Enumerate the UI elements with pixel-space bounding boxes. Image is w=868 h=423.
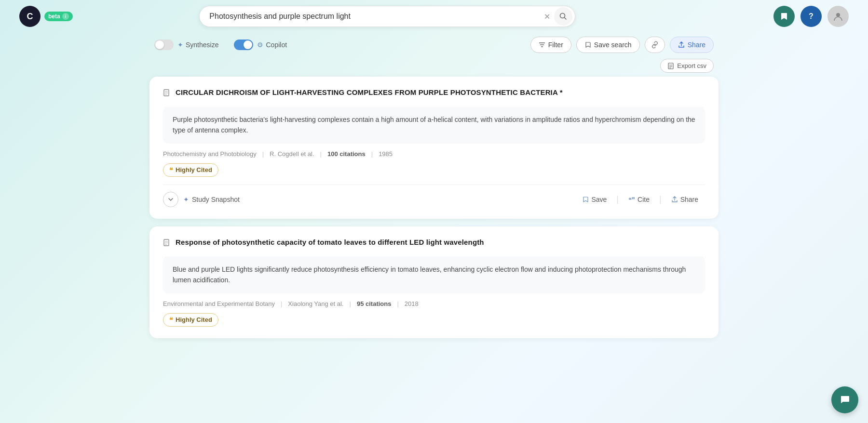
beta-label: beta [48, 13, 60, 20]
logo-area: C beta i [19, 6, 96, 27]
paper-2-meta: Environmental and Experimental Botany | … [163, 300, 705, 307]
avatar-icon [833, 11, 843, 22]
search-submit-button[interactable] [554, 7, 572, 26]
copilot-toggle-group: ⚙ Copilot [234, 40, 287, 50]
filter-button[interactable]: Filter [530, 37, 571, 53]
paper-2-abstract: Blue and purple LED lights significantly… [163, 256, 705, 293]
export-row: Export csv [0, 57, 868, 77]
synthesize-toggle[interactable] [154, 40, 174, 50]
save-icon [582, 196, 589, 203]
filter-icon [539, 41, 545, 48]
bookmark-button[interactable] [773, 6, 795, 27]
chat-icon [839, 394, 851, 406]
beta-info: i [62, 13, 69, 20]
paper-2-highly-cited-label: Highly Cited [176, 316, 212, 323]
export-csv-icon [667, 63, 674, 69]
paper-1-meta: Photochemistry and Photobiology | R. Cog… [163, 150, 705, 158]
export-csv-button[interactable]: Export csv [660, 59, 714, 73]
paper-1-footer: ✦ Study Snapshot Save | ❝❞ Cite [163, 185, 705, 207]
share-icon [678, 41, 685, 48]
toolbar-right: Filter Save search Share [530, 37, 714, 53]
paper-title-row: CIRCULAR DICHROISM OF LIGHT-HARVESTING C… [163, 88, 705, 99]
synthesize-sparkle-icon: ✦ [177, 41, 183, 49]
search-clear-button[interactable]: ✕ [544, 12, 550, 21]
share-button[interactable]: Share [670, 37, 714, 53]
paper-1-study-snapshot-label: Study Snapshot [192, 196, 240, 203]
chevron-down-icon [168, 197, 174, 202]
link-button[interactable] [645, 37, 665, 53]
paper-card: CIRCULAR DICHROISM OF LIGHT-HARVESTING C… [149, 77, 719, 219]
synthesize-label: ✦ Synthesize [177, 41, 218, 49]
header: C beta i ✕ ? [0, 0, 868, 33]
paper-1-cite-button[interactable]: ❝❞ Cite [622, 193, 656, 206]
paper-2-year: 2018 [405, 300, 419, 307]
paper-1-highly-cited-label: Highly Cited [176, 166, 212, 173]
bookmark-icon [780, 12, 788, 21]
paper-2-citations: 95 citations [357, 300, 392, 307]
paper-1-footer-right: Save | ❝❞ Cite | Share [575, 193, 705, 206]
paper-1-citations: 100 citations [327, 150, 366, 158]
beta-badge: beta i [44, 12, 73, 21]
link-icon [651, 41, 659, 49]
paper-2-title-row: Response of photosynthetic capacity of t… [163, 238, 705, 249]
logo-icon: C [19, 6, 41, 27]
quote-icon: ❝ [169, 166, 173, 174]
search-container: ✕ [199, 6, 575, 27]
paper-1-year: 1985 [379, 150, 393, 158]
paper-1-abstract: Purple photosynthetic bacteria's light-h… [163, 106, 705, 144]
paper-1-title: CIRCULAR DICHROISM OF LIGHT-HARVESTING C… [176, 88, 563, 96]
copilot-label: ⚙ Copilot [257, 41, 287, 49]
paper-2-authors: Xiaolong Yang et al. [288, 300, 343, 307]
svg-text:❝❞: ❝❞ [628, 196, 635, 203]
toggle-knob [155, 40, 164, 49]
paper-1-study-snapshot[interactable]: ✦ Study Snapshot [183, 196, 240, 203]
share-action-icon [671, 196, 678, 203]
paper-2-title: Response of photosynthetic capacity of t… [176, 238, 484, 246]
paper-2-highly-cited-badge: ❝ Highly Cited [163, 313, 218, 327]
paper-1-save-button[interactable]: Save [575, 193, 613, 206]
snapshot-sparkle-icon: ✦ [183, 196, 189, 203]
search-input[interactable] [199, 6, 575, 27]
paper-1-highly-cited-badge: ❝ Highly Cited [163, 163, 218, 177]
search-icon [559, 13, 567, 20]
paper-1-authors: R. Cogdell et al. [270, 150, 314, 158]
copilot-toggle-knob [244, 40, 252, 49]
quote-icon-2: ❝ [169, 316, 173, 324]
save-search-icon [584, 41, 591, 48]
paper-1-share-button[interactable]: Share [665, 193, 705, 206]
help-button[interactable]: ? [800, 6, 822, 27]
svg-line-1 [565, 18, 567, 20]
save-search-button[interactable]: Save search [576, 37, 640, 53]
paper-2-journal: Environmental and Experimental Botany [163, 300, 275, 307]
toolbar: ✦ Synthesize ⚙ Copilot Filter Save searc [0, 33, 868, 57]
paper-1-footer-left: ✦ Study Snapshot [163, 192, 240, 207]
synthesize-toggle-group: ✦ Synthesize [154, 40, 218, 50]
header-actions: ? [773, 6, 849, 27]
cite-icon: ❝❞ [628, 196, 635, 203]
paper-doc-icon [163, 89, 171, 99]
chat-bubble[interactable] [831, 386, 858, 413]
avatar-button[interactable] [827, 6, 849, 27]
paper-2-doc-icon [163, 239, 171, 249]
help-icon: ? [809, 12, 814, 21]
paper-1-journal: Photochemistry and Photobiology [163, 150, 257, 158]
paper-card-2: Response of photosynthetic capacity of t… [149, 226, 719, 338]
copilot-toggle[interactable] [234, 40, 253, 50]
svg-point-2 [836, 13, 840, 17]
paper-1-expand-button[interactable] [163, 192, 178, 207]
main-content: CIRCULAR DICHROISM OF LIGHT-HARVESTING C… [0, 77, 868, 338]
copilot-sparkle-icon: ⚙ [257, 41, 263, 49]
